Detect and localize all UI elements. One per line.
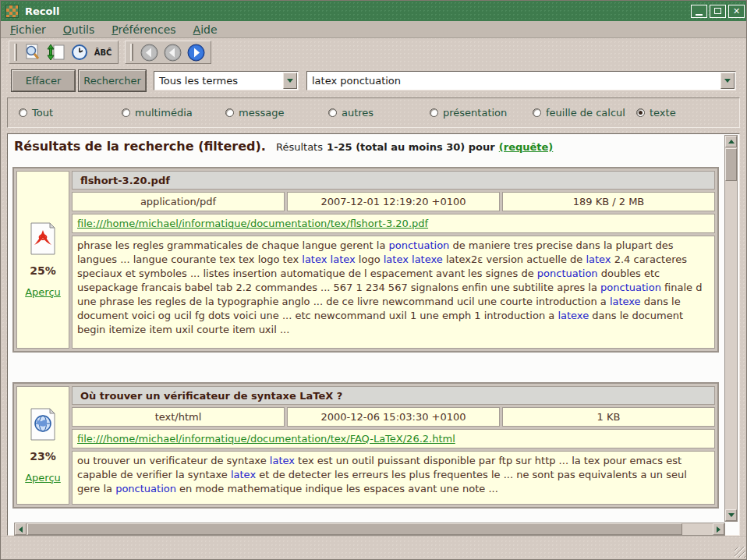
arrow-left-icon [19,526,23,533]
term-explorer-icon: ÂBĈ [94,48,112,57]
recoll-app-icon [5,5,19,18]
category-filter-panel: Tout multimédia message autres présentat… [7,97,740,128]
filter-radio-tout[interactable]: Tout [19,107,53,119]
preview-link[interactable]: Aperçu [25,472,61,484]
window-controls: ✕ [691,5,745,18]
first-page-button[interactable] [139,42,159,62]
vertical-scrollbar-thumb[interactable] [725,148,737,181]
relevance-percent: 23% [30,450,56,463]
filter-radio-autres[interactable]: autres [328,107,374,119]
term-explorer-button[interactable]: ÂBĈ [93,42,113,62]
maximize-button[interactable] [710,5,726,18]
results-count-range: 1-25 (total au moins 30) pour [327,141,495,153]
preview-link[interactable]: Aperçu [25,286,61,298]
relevance-percent: 25% [30,264,56,277]
clock-sort-button[interactable] [69,42,90,62]
toolbar-handle[interactable] [14,44,17,61]
clear-button[interactable]: Effacer [12,70,75,91]
sort-document-button[interactable] [46,42,66,62]
result-meta-row: text/html 2000-12-06 15:03:30 +0100 1 KB [72,407,715,427]
radio-icon [430,108,438,117]
filter-radio-texte[interactable]: texte [636,107,676,119]
toolbar-group-tools: ÂBĈ [9,41,119,64]
menubar: Fichier Outils Préférences Aide [1,21,747,38]
result-1-main: flshort-3.20.pdf application/pdf 2007-12… [72,171,715,349]
scroll-up-button[interactable] [725,136,737,147]
result-item-2: 23% Aperçu Où trouver un vérificateur de… [12,382,719,509]
filter-radio-message[interactable]: message [225,107,284,119]
horizontal-scrollbar-thumb[interactable] [27,523,682,535]
result-size: 189 KB / 2 MB [502,192,715,211]
result-title: Où trouver un vérificateur de syntaxe La… [72,386,715,405]
document-preview-button[interactable] [23,42,43,62]
close-button[interactable]: ✕ [728,5,745,18]
minimize-button[interactable] [691,5,707,18]
search-button[interactable]: Rechercher [79,70,146,91]
previous-page-button[interactable] [162,42,182,62]
menu-fichier[interactable]: Fichier [10,23,46,36]
arrow-right-icon [717,526,720,533]
maximize-icon [714,8,721,14]
radio-icon [636,108,645,117]
chevron-down-icon [287,79,293,83]
results-header: Résultats de la recherche (filtered). Ré… [14,139,553,154]
html-file-icon [29,408,57,441]
result-url-link[interactable]: file:///home/michael/informatique/docume… [77,218,428,229]
menu-aide[interactable]: Aide [193,23,218,36]
vertical-scrollbar[interactable] [724,135,738,522]
horizontal-scrollbar[interactable] [14,523,725,536]
first-page-icon [140,44,158,62]
filter-radio-feuille-de-calcul[interactable]: feuille de calcul [533,107,625,119]
statusbar [1,536,747,560]
result-2-main: Où trouver un vérificateur de syntaxe La… [72,386,715,505]
titlebar[interactable]: Recoll ✕ [1,1,747,21]
result-snippet: phrase les regles grammaticales de chaqu… [72,236,715,349]
result-url-row: file:///home/michael/informatique/docume… [72,429,715,448]
scroll-left-button[interactable] [15,523,27,535]
result-date: 2000-12-06 15:03:30 +0100 [287,407,500,427]
resize-grip[interactable] [735,547,745,558]
clock-sort-icon [70,43,89,62]
minimize-icon [696,14,703,16]
toolbar-handle[interactable] [130,44,133,61]
result-url-row: file:///home/michael/informatique/docume… [72,214,715,233]
result-date: 2007-12-01 12:19:20 +0100 [287,192,500,211]
search-mode-value: Tous les termes [154,75,283,87]
menu-outils[interactable]: Outils [63,23,94,36]
next-page-icon [187,44,205,62]
arrow-up-icon [728,140,735,144]
radio-icon [328,108,337,117]
menu-preferences[interactable]: Préférences [112,23,175,36]
recoll-window: Recoll ✕ Fichier Outils Préférences Aide [0,0,747,560]
result-snippet: ou trouver un verificateur de syntaxe la… [72,451,715,505]
result-2-side: 23% Aperçu [16,386,69,505]
results-pane: Résultats de la recherche (filtered). Ré… [7,133,740,536]
window-title: Recoll [25,5,59,17]
results-count-prefix: Résultats [276,141,323,153]
result-title: flshort-3.20.pdf [72,171,715,190]
result-meta-row: application/pdf 2007-12-01 12:19:20 +010… [72,192,715,211]
toolbar: ÂBĈ [1,39,747,66]
radio-icon [225,108,234,117]
filter-radio-presentation[interactable]: présentation [430,107,507,119]
result-mime-type: text/html [72,407,285,427]
search-query-dropdown-button[interactable] [720,73,735,89]
query-link[interactable]: (requête) [499,141,554,153]
pdf-file-icon [29,222,57,255]
scroll-down-button[interactable] [725,509,737,521]
result-url-link[interactable]: file:///home/michael/informatique/docume… [77,433,455,445]
search-query-input[interactable] [307,75,720,87]
search-query-combo [306,71,736,90]
results-title: Résultats de la recherche (filtered). [14,139,266,154]
search-mode-select[interactable]: Tous les termes [154,71,299,90]
filter-radio-multimedia[interactable]: multimédia [122,107,193,119]
previous-page-icon [164,44,182,62]
scroll-right-button[interactable] [713,523,724,535]
search-mode-dropdown-button[interactable] [283,73,297,89]
radio-icon [533,108,541,117]
sort-document-icon [47,43,65,62]
radio-icon [122,108,130,117]
next-page-button[interactable] [186,42,206,62]
radio-icon [19,108,27,117]
result-1-side: 25% Aperçu [16,171,69,349]
